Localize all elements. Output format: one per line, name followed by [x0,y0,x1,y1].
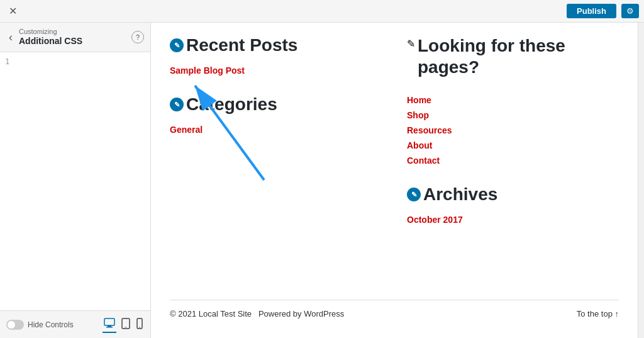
widgets-layout: ✎ Recent Posts Sample Blog Post ✎ Catego… [170,35,619,287]
contact-link[interactable]: Contact [407,155,619,166]
footer-to-top: To the top ↑ [577,309,619,318]
recent-posts-title: Recent Posts [186,35,297,55]
categories-title: Categories [186,94,277,115]
hide-controls-area: Hide Controls [6,320,96,330]
mobile-icon[interactable] [135,317,144,333]
shop-link[interactable]: Shop [407,110,619,120]
svg-rect-2 [106,327,113,328]
customizing-label: Customizing [19,28,128,35]
archives-widget-title: ✎ Archives [407,184,619,205]
categories-section: ✎ Categories General [170,94,382,135]
hide-controls-label: Hide Controls [28,320,74,329]
categories-edit-icon[interactable]: ✎ [170,98,184,111]
svg-point-4 [125,327,126,328]
left-panel: ‹ Customizing Additional CSS ? 1 Hide Co… [0,23,151,338]
css-textarea[interactable] [0,52,150,310]
hide-controls-toggle[interactable] [6,320,24,330]
archives-edit-icon[interactable]: ✎ [407,188,421,201]
line-number: 1 [5,57,9,66]
looking-for-title: Looking for these pages? [418,35,619,77]
svg-rect-0 [104,318,114,325]
october-2017-link[interactable]: October 2017 [407,215,619,225]
footer-left: © 2021 Local Test Site Powered by WordPr… [170,309,344,318]
looking-for-links: Home Shop Resources About Contact [407,95,619,166]
desktop-icon[interactable] [103,317,116,333]
device-icons [103,317,144,333]
right-scrollbar[interactable] [638,23,644,338]
footer-bar: © 2021 Local Test Site Powered by WordPr… [170,300,619,327]
resources-link[interactable]: Resources [407,125,619,135]
svg-rect-1 [108,325,111,327]
recent-posts-widget-title: ✎ Recent Posts [170,35,382,55]
panel-header: ‹ Customizing Additional CSS ? [0,23,150,52]
footer-copyright: © 2021 Local Test Site [170,309,252,318]
tablet-icon[interactable] [120,317,131,333]
home-link[interactable]: Home [407,95,619,105]
about-link[interactable]: About [407,140,619,150]
top-bar: ✕ Publish ⚙ [0,0,644,23]
help-button[interactable]: ? [131,31,144,43]
svg-point-6 [139,327,140,328]
left-widget-column: ✎ Recent Posts Sample Blog Post ✎ Catego… [170,35,382,287]
right-widget-column: ✎ Looking for these pages? Home Shop Res… [407,35,619,287]
looking-for-header: ✎ Looking for these pages? [407,35,619,87]
general-category-link[interactable]: General [170,125,382,135]
categories-widget-title: ✎ Categories [170,94,382,115]
main-layout: ‹ Customizing Additional CSS ? 1 Hide Co… [0,23,644,338]
close-button[interactable]: ✕ [5,4,20,19]
publish-button[interactable]: Publish [567,4,616,18]
sample-blog-post-link[interactable]: Sample Blog Post [170,65,382,76]
code-editor: 1 [0,52,150,310]
recent-posts-edit-icon[interactable]: ✎ [170,38,184,52]
preview-area[interactable]: ✎ Recent Posts Sample Blog Post ✎ Catego… [151,23,638,338]
bottom-bar: Hide Controls [0,310,150,338]
panel-title: Additional CSS [19,36,82,46]
looking-for-edit-icon[interactable]: ✎ [407,38,415,50]
footer-powered: Powered by WordPress [258,309,344,318]
archives-title: Archives [423,184,497,205]
panel-header-text: Customizing Additional CSS [19,28,128,47]
back-button[interactable]: ‹ [6,31,15,44]
gear-button[interactable]: ⚙ [621,4,639,18]
to-top-link[interactable]: To the top ↑ [577,309,619,318]
